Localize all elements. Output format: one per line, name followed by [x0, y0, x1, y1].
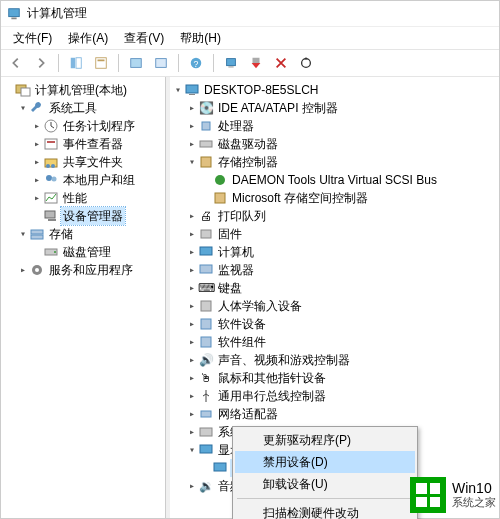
expand-icon[interactable]: ▸	[31, 189, 43, 207]
svg-point-24	[46, 175, 52, 181]
collapse-icon[interactable]: ▾	[186, 441, 198, 459]
expand-icon[interactable]: ▸	[186, 99, 198, 117]
node-task-scheduler[interactable]: ▸任务计划程序	[3, 117, 163, 135]
action-2-button[interactable]	[150, 52, 172, 74]
svg-rect-51	[214, 463, 226, 471]
titlebar: 计算机管理	[1, 1, 499, 27]
node-cpu[interactable]: ▸处理器	[172, 117, 497, 135]
hid-icon	[198, 298, 214, 314]
svg-point-22	[46, 164, 50, 168]
node-keyboards[interactable]: ▸⌨键盘	[172, 279, 497, 297]
node-hid[interactable]: ▸人体学输入设备	[172, 297, 497, 315]
node-sound[interactable]: ▸🔊声音、视频和游戏控制器	[172, 351, 497, 369]
expand-icon[interactable]: ▸	[186, 207, 198, 225]
expand-icon[interactable]: ▸	[31, 117, 43, 135]
menu-file[interactable]: 文件(F)	[7, 28, 58, 49]
uninstall-button[interactable]	[245, 52, 267, 74]
expand-icon[interactable]: ▸	[17, 261, 29, 279]
properties-button[interactable]	[90, 52, 112, 74]
node-ide[interactable]: ▸💽IDE ATA/ATAPI 控制器	[172, 99, 497, 117]
menu-action[interactable]: 操作(A)	[62, 28, 114, 49]
collapse-icon[interactable]: ▾	[172, 81, 184, 99]
expand-icon[interactable]: ▸	[186, 297, 198, 315]
node-disk-mgmt[interactable]: 磁盘管理	[3, 243, 163, 261]
expand-icon[interactable]: ▸	[186, 369, 198, 387]
show-hide-tree-button[interactable]	[65, 52, 87, 74]
expand-icon[interactable]: ▸	[186, 423, 198, 441]
expand-icon[interactable]: ▸	[31, 135, 43, 153]
svg-point-32	[54, 251, 56, 253]
toolbar: ?	[1, 49, 499, 77]
node-storage[interactable]: ▾存储	[3, 225, 163, 243]
node-system-tools[interactable]: ▾系统工具	[3, 99, 163, 117]
update-driver-button[interactable]	[295, 52, 317, 74]
node-storage-ctrl[interactable]: ▾存储控制器	[172, 153, 497, 171]
node-print-queues[interactable]: ▸🖨打印队列	[172, 207, 497, 225]
node-sw-components[interactable]: ▸软件组件	[172, 333, 497, 351]
node-shared-folders[interactable]: ▸共享文件夹	[3, 153, 163, 171]
scan-hardware-button[interactable]	[220, 52, 242, 74]
node-sw-devices[interactable]: ▸软件设备	[172, 315, 497, 333]
svg-rect-3	[76, 58, 81, 69]
node-firmware[interactable]: ▸固件	[172, 225, 497, 243]
expand-icon[interactable]: ▸	[186, 279, 198, 297]
collapse-icon[interactable]: ▾	[186, 153, 198, 171]
nav-forward-button[interactable]	[30, 52, 52, 74]
device-manager-icon	[43, 208, 59, 224]
node-event-viewer[interactable]: ▸事件查看器	[3, 135, 163, 153]
services-icon	[29, 262, 45, 278]
menu-view[interactable]: 查看(V)	[118, 28, 170, 49]
svg-rect-41	[215, 193, 225, 203]
collapse-icon[interactable]: ▾	[17, 99, 29, 117]
nav-back-button[interactable]	[5, 52, 27, 74]
expand-icon[interactable]: ▸	[31, 171, 43, 189]
node-performance[interactable]: ▸性能	[3, 189, 163, 207]
expand-icon[interactable]: ▸	[186, 477, 198, 495]
expand-icon[interactable]: ▸	[186, 315, 198, 333]
node-computer[interactable]: ▸计算机	[172, 243, 497, 261]
expand-icon[interactable]: ▸	[186, 405, 198, 423]
expand-icon[interactable]: ▸	[186, 333, 198, 351]
expand-icon[interactable]: ▸	[186, 243, 198, 261]
node-network[interactable]: ▸网络适配器	[172, 405, 497, 423]
delete-button[interactable]	[270, 52, 292, 74]
ctx-scan-hardware[interactable]: 扫描检测硬件改动	[235, 502, 415, 519]
ctx-update-driver[interactable]: 更新驱动程序(P)	[235, 429, 415, 451]
node-usb[interactable]: ▸通用串行总线控制器	[172, 387, 497, 405]
expand-icon[interactable]: ▸	[31, 153, 43, 171]
expand-icon[interactable]: ▸	[186, 261, 198, 279]
wrench-icon	[29, 100, 45, 116]
svg-rect-7	[156, 59, 167, 68]
ctx-disable-device[interactable]: 禁用设备(D)	[235, 451, 415, 473]
node-ms-storage[interactable]: Microsoft 存储空间控制器	[172, 189, 497, 207]
node-services-apps[interactable]: ▸服务和应用程序	[3, 261, 163, 279]
gpu-icon	[212, 460, 228, 476]
menu-help[interactable]: 帮助(H)	[174, 28, 227, 49]
expand-icon[interactable]: ▸	[186, 351, 198, 369]
node-desktop-root[interactable]: ▾DESKTOP-8E5SLCH	[172, 81, 497, 99]
help-button[interactable]: ?	[185, 52, 207, 74]
node-mouse[interactable]: ▸🖱鼠标和其他指针设备	[172, 369, 497, 387]
svg-rect-35	[186, 85, 198, 93]
mouse-icon: 🖱	[198, 370, 214, 386]
node-device-manager[interactable]: 设备管理器	[3, 207, 163, 225]
svg-rect-27	[45, 211, 55, 218]
expand-icon[interactable]: ▸	[186, 387, 198, 405]
ctx-separator	[237, 498, 413, 499]
node-disk-drives[interactable]: ▸磁盘驱动器	[172, 135, 497, 153]
svg-rect-50	[200, 445, 212, 453]
storage-icon	[29, 226, 45, 242]
expand-icon[interactable]: ▸	[186, 225, 198, 243]
node-mgmt-local[interactable]: 计算机管理(本地)	[3, 81, 163, 99]
ctx-uninstall-device[interactable]: 卸载设备(U)	[235, 473, 415, 495]
expand-icon[interactable]: ▸	[186, 135, 198, 153]
svg-point-14	[302, 59, 311, 68]
svg-rect-39	[201, 157, 211, 167]
svg-rect-47	[201, 337, 211, 347]
node-daemon-tools[interactable]: DAEMON Tools Ultra Virtual SCSI Bus	[172, 171, 497, 189]
action-1-button[interactable]	[125, 52, 147, 74]
collapse-icon[interactable]: ▾	[17, 225, 29, 243]
node-monitors[interactable]: ▸监视器	[172, 261, 497, 279]
expand-icon[interactable]: ▸	[186, 117, 198, 135]
node-local-users[interactable]: ▸本地用户和组	[3, 171, 163, 189]
